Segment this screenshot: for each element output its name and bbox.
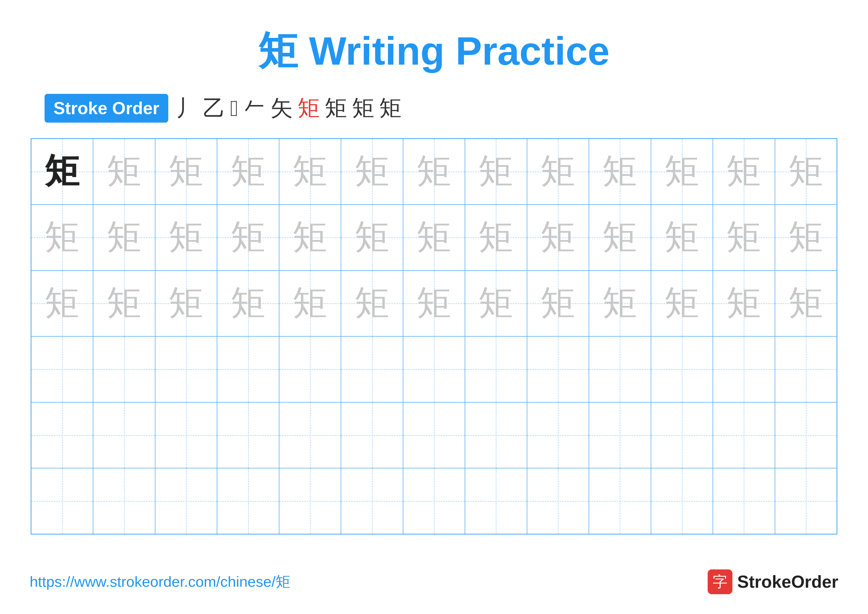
grid-cell[interactable]: 矩 [651,139,713,205]
grid-cell[interactable]: 矩 [713,336,775,402]
grid-cell[interactable]: 矩 [527,402,589,468]
grid-cell[interactable]: 矩 [93,205,155,270]
grid-cell[interactable]: 矩 [465,270,527,336]
grid-cell[interactable]: 矩 [217,336,279,402]
grid-cell[interactable]: 矩 [155,336,217,402]
grid-cell[interactable]: 矩 [713,468,775,534]
grid-cell[interactable]: 矩 [775,139,837,205]
grid-cell[interactable]: 矩 [775,270,837,336]
cell-character: 矩 [169,346,203,393]
grid-cell[interactable]: 矩 [527,205,589,270]
grid-cell[interactable]: 矩 [279,139,341,205]
cell-character: 矩 [603,412,637,459]
grid-cell[interactable]: 矩 [31,336,93,402]
grid-cell[interactable]: 矩 [527,336,589,402]
grid-cell[interactable]: 矩 [775,205,837,270]
grid-cell[interactable]: 矩 [775,336,837,402]
cell-character: 矩 [417,148,451,195]
grid-cell[interactable]: 矩 [713,270,775,336]
grid-cell[interactable]: 矩 [93,139,155,205]
cell-character: 矩 [293,280,327,327]
grid-cell[interactable]: 矩 [651,336,713,402]
grid-cell[interactable]: 矩 [713,205,775,270]
grid-cell[interactable]: 矩 [31,205,93,270]
cell-character: 矩 [231,280,265,327]
grid-cell[interactable]: 矩 [403,336,465,402]
cell-character: 矩 [541,412,575,459]
cell-character: 矩 [169,148,203,195]
cell-character: 矩 [789,346,823,393]
cell-character: 矩 [665,346,699,393]
grid-cell[interactable]: 矩 [155,205,217,270]
grid-cell[interactable]: 矩 [217,468,279,534]
cell-character: 矩 [541,477,575,525]
cell-character: 矩 [355,214,389,261]
grid-cell[interactable]: 矩 [713,139,775,205]
grid-cell[interactable]: 矩 [93,336,155,402]
cell-character: 矩 [107,214,141,261]
grid-cell[interactable]: 矩 [93,468,155,534]
cell-character: 矩 [789,148,823,195]
grid-cell[interactable]: 矩 [31,139,93,205]
grid-cell[interactable]: 矩 [341,402,403,468]
cell-character: 矩 [293,148,327,195]
grid-cell[interactable]: 矩 [713,402,775,468]
cell-character: 矩 [479,280,513,327]
grid-cell[interactable]: 矩 [775,402,837,468]
grid-cell[interactable]: 矩 [403,139,465,205]
grid-cell[interactable]: 矩 [589,139,651,205]
cell-character: 矩 [727,214,761,261]
grid-cell[interactable]: 矩 [93,402,155,468]
grid-cell[interactable]: 矩 [341,270,403,336]
grid-cell[interactable]: 矩 [217,139,279,205]
grid-cell[interactable]: 矩 [651,468,713,534]
grid-cell[interactable]: 矩 [465,205,527,270]
grid-cell[interactable]: 矩 [651,270,713,336]
grid-cell[interactable]: 矩 [31,402,93,468]
cell-character: 矩 [355,280,389,327]
cell-character: 矩 [665,148,699,195]
grid-cell[interactable]: 矩 [527,468,589,534]
grid-cell[interactable]: 矩 [403,402,465,468]
grid-cell[interactable]: 矩 [589,205,651,270]
grid-cell[interactable]: 矩 [155,402,217,468]
grid-cell[interactable]: 矩 [465,336,527,402]
grid-cell[interactable]: 矩 [589,402,651,468]
grid-cell[interactable]: 矩 [341,139,403,205]
grid-cell[interactable]: 矩 [155,139,217,205]
grid-cell[interactable]: 矩 [31,270,93,336]
grid-cell[interactable]: 矩 [589,336,651,402]
cell-character: 矩 [603,280,637,327]
grid-cell[interactable]: 矩 [403,205,465,270]
grid-cell[interactable]: 矩 [155,468,217,534]
grid-cell[interactable]: 矩 [279,468,341,534]
grid-cell[interactable]: 矩 [465,139,527,205]
grid-cell[interactable]: 矩 [403,468,465,534]
grid-cell[interactable]: 矩 [93,270,155,336]
grid-cell[interactable]: 矩 [527,139,589,205]
cell-character: 矩 [417,477,451,525]
cell-character: 矩 [107,477,141,525]
grid-cell[interactable]: 矩 [279,270,341,336]
grid-cell[interactable]: 矩 [279,336,341,402]
grid-cell[interactable]: 矩 [527,270,589,336]
grid-cell[interactable]: 矩 [31,468,93,534]
grid-cell[interactable]: 矩 [217,205,279,270]
grid-cell[interactable]: 矩 [217,402,279,468]
grid-cell[interactable]: 矩 [155,270,217,336]
grid-cell[interactable]: 矩 [465,402,527,468]
cell-character: 矩 [417,280,451,327]
grid-cell[interactable]: 矩 [279,205,341,270]
grid-cell[interactable]: 矩 [341,468,403,534]
grid-cell[interactable]: 矩 [651,402,713,468]
grid-cell[interactable]: 矩 [341,336,403,402]
grid-cell[interactable]: 矩 [217,270,279,336]
grid-cell[interactable]: 矩 [651,205,713,270]
grid-cell[interactable]: 矩 [775,468,837,534]
grid-cell[interactable]: 矩 [341,205,403,270]
grid-cell[interactable]: 矩 [589,270,651,336]
grid-cell[interactable]: 矩 [279,402,341,468]
grid-cell[interactable]: 矩 [589,468,651,534]
grid-cell[interactable]: 矩 [403,270,465,336]
grid-cell[interactable]: 矩 [465,468,527,534]
